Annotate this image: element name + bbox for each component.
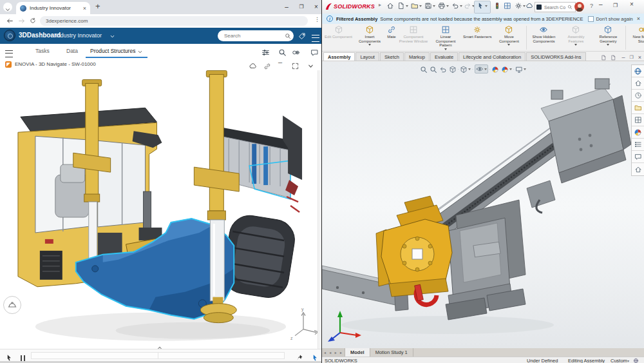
browser-restore-button[interactable]: ❐	[295, 0, 308, 14]
browser-minimize-button[interactable]: –	[280, 0, 293, 14]
command-search[interactable]	[535, 2, 576, 12]
tab-product-structures[interactable]: Product Structures	[90, 48, 135, 54]
view-settings-icon[interactable]	[515, 63, 523, 75]
forum-tab-icon[interactable]	[632, 151, 644, 163]
select-tool-icon[interactable]	[477, 2, 488, 10]
tab-solidworks-addins[interactable]: SOLIDWORKS Add-Ins	[526, 52, 585, 61]
forward-icon[interactable]	[18, 16, 25, 25]
page-scrollbar[interactable]	[317, 70, 321, 349]
filter-list-icon[interactable]	[261, 46, 270, 58]
cloud-services-icon[interactable]	[526, 2, 533, 10]
home-tab-icon[interactable]	[632, 163, 644, 175]
comments-icon[interactable]	[310, 46, 319, 58]
sw-close-button[interactable]: ×	[630, 1, 634, 8]
rebuild-icon[interactable]	[504, 2, 511, 10]
media-player-icon[interactable]	[291, 46, 301, 58]
save-icon[interactable]	[424, 2, 435, 10]
tab-close-icon[interactable]: ×	[83, 5, 86, 12]
dont-show-again-checkbox[interactable]	[588, 16, 594, 22]
view-palette-tab-icon[interactable]	[632, 114, 644, 126]
units-dropdown-arrow[interactable]: ▾	[627, 358, 629, 363]
display-style-active[interactable]	[475, 64, 488, 74]
section-view-icon[interactable]	[449, 63, 457, 75]
status-globe-icon[interactable]	[633, 358, 639, 363]
redo-icon[interactable]	[464, 2, 475, 10]
ribbon-reference-geometry[interactable]: Reference Geometry	[592, 25, 624, 51]
tab-layout[interactable]: Layout	[355, 52, 379, 61]
open-icon[interactable]	[411, 2, 422, 10]
ribbon-smart-fasteners[interactable]: Smart Fasteners	[462, 25, 493, 51]
tab-search-icon[interactable]	[3, 3, 12, 12]
sw-resources-tab-icon[interactable]	[632, 77, 644, 90]
ribbon-linear-component-pattern[interactable]: Linear Component Pattern	[430, 25, 462, 51]
traffic-light-icon[interactable]	[493, 2, 501, 10]
home-icon[interactable]	[386, 2, 394, 10]
dashboard-search-input[interactable]	[223, 32, 285, 39]
appearances-scenes-tab-icon[interactable]	[632, 126, 644, 139]
url-field[interactable]: 3dexperience.com	[40, 16, 308, 26]
tag-icon[interactable]	[298, 32, 306, 40]
timeline-track[interactable]	[31, 352, 285, 359]
status-units[interactable]: Custom	[611, 358, 627, 363]
zoom-fit-icon[interactable]	[420, 63, 428, 75]
tab-scroll-arrows[interactable]: ◄ ◄ ► ►	[322, 348, 345, 357]
doc-minimize-icon[interactable]: –	[621, 54, 625, 61]
ribbon-mate[interactable]: Mate	[386, 25, 397, 51]
solidworks-graphics-area[interactable]: · · · ·	[322, 62, 644, 348]
new-document-icon[interactable]	[397, 2, 408, 10]
zoom-area-icon[interactable]	[430, 63, 437, 75]
search-tools-icon[interactable]	[278, 46, 287, 58]
browser-tab[interactable]: Industry Innovator ×	[16, 2, 90, 14]
menu-expand-arrow[interactable]: ▸	[379, 2, 381, 8]
view-orientation-icon[interactable]	[460, 63, 468, 75]
tab-markup[interactable]: Markup	[404, 52, 430, 61]
options-gear-icon[interactable]	[515, 2, 526, 10]
dashboard-context[interactable]: Industry Innovator	[55, 32, 102, 39]
doc-window-icon2[interactable]	[611, 55, 616, 61]
sw-restore-button[interactable]: ❐	[613, 3, 618, 8]
safety-profile-button[interactable]	[3, 296, 21, 314]
compass-logo-icon[interactable]	[4, 30, 15, 41]
widget-minimize-icon[interactable]: –	[278, 58, 282, 66]
dashboard-menu-icon[interactable]	[312, 33, 319, 44]
doc-restore-icon[interactable]: ❐	[629, 55, 633, 60]
file-explorer-tab-icon[interactable]	[632, 102, 644, 114]
tab-assembly[interactable]: Assembly	[323, 52, 355, 61]
new-tab-button[interactable]: +	[95, 1, 100, 11]
context-chevron-icon[interactable]	[109, 34, 115, 39]
reload-icon[interactable]	[30, 16, 36, 24]
custom-properties-tab-icon[interactable]	[632, 139, 644, 151]
doc-close-icon[interactable]: ×	[638, 54, 641, 61]
dont-show-again-label[interactable]: Don't show again	[596, 16, 632, 22]
help-icon[interactable]: ?	[587, 2, 596, 10]
motion-study-tab[interactable]: Motion Study 1	[370, 348, 413, 357]
browser-menu-icon[interactable]: ⋮	[314, 16, 320, 23]
model-tab[interactable]: Model	[345, 348, 370, 357]
edit-appearance-icon[interactable]	[491, 63, 499, 75]
ribbon-show-hidden-components[interactable]: Show Hidden Components	[527, 25, 560, 51]
doc-window-icon[interactable]	[601, 55, 607, 61]
apply-scene-icon[interactable]	[501, 63, 509, 75]
undo-icon[interactable]	[451, 2, 462, 10]
sw-minimize-button[interactable]: –	[599, 1, 603, 8]
warning-close-icon[interactable]: ×	[637, 15, 640, 22]
tab-chevron-icon[interactable]	[137, 49, 143, 55]
tab-sketch[interactable]: Sketch	[380, 52, 404, 61]
tab-data[interactable]: Data	[66, 48, 78, 54]
3dexperience-tab-icon[interactable]	[632, 65, 644, 77]
tab-lifecycle-collaboration[interactable]: Lifecycle and Collaboration	[459, 52, 526, 61]
browser-close-button[interactable]: ×	[310, 0, 323, 14]
panel-expand-chevron-icon[interactable]	[156, 342, 164, 349]
previous-view-icon[interactable]	[439, 63, 447, 75]
ribbon-new-motion-study[interactable]: New Motion Study	[627, 25, 644, 51]
command-search-input[interactable]	[543, 5, 567, 10]
user-avatar[interactable]	[574, 2, 584, 12]
tab-evaluate[interactable]: Evaluate	[430, 52, 458, 61]
3d-navigate-viewport[interactable]: y x z	[0, 70, 321, 349]
tab-tasks[interactable]: Tasks	[35, 48, 50, 54]
design-library-tab-icon[interactable]	[632, 90, 644, 102]
dashboard-search[interactable]	[218, 30, 294, 41]
back-icon[interactable]	[6, 16, 14, 25]
ribbon-move-component[interactable]: Move Component	[493, 25, 525, 51]
ribbon-insert-components[interactable]: Insert Components	[354, 25, 386, 51]
